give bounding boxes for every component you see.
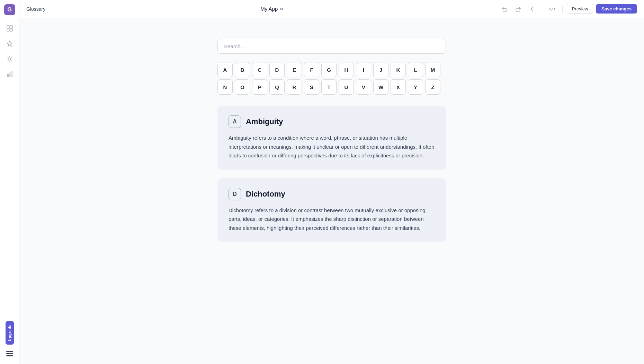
undo-button[interactable] <box>499 3 510 15</box>
svg-rect-1 <box>10 26 12 28</box>
sidebar-item-settings[interactable] <box>3 53 16 65</box>
alphabet-section: ABCDEFGHIJKLM NOPQRSTUVWXYZ <box>217 62 446 95</box>
svg-rect-9 <box>6 353 13 354</box>
alphabet-row-1: ABCDEFGHIJKLM <box>217 62 446 77</box>
glossary-entry-a: A Ambiguity Ambiguity refers to a condit… <box>217 106 446 170</box>
svg-rect-7 <box>11 72 12 77</box>
topbar-divider <box>542 5 542 13</box>
letter-btn-l[interactable]: L <box>408 62 423 77</box>
letter-btn-w[interactable]: W <box>373 79 388 95</box>
preview-button[interactable]: Preview <box>567 4 593 14</box>
entry-word: Dichotomy <box>246 190 285 199</box>
letter-btn-k[interactable]: K <box>391 62 406 77</box>
letter-btn-b[interactable]: B <box>235 62 250 77</box>
redo-button[interactable] <box>513 3 524 15</box>
letter-btn-z[interactable]: Z <box>425 79 440 95</box>
letter-btn-u[interactable]: U <box>339 79 354 95</box>
edit-app-name-icon[interactable]: ✏ <box>280 6 284 12</box>
letter-btn-c[interactable]: C <box>252 62 267 77</box>
save-changes-button[interactable]: Save changes <box>596 4 637 14</box>
sidebar-item-grid[interactable] <box>3 22 16 35</box>
entry-header: D Dichotomy <box>229 188 435 200</box>
svg-rect-2 <box>7 29 9 31</box>
svg-rect-3 <box>10 29 12 31</box>
letter-btn-t[interactable]: T <box>321 79 337 95</box>
sidebar-bottom: Upgrade <box>3 321 16 360</box>
entry-letter-badge: A <box>229 115 241 128</box>
entry-word: Ambiguity <box>246 117 283 126</box>
main-area: Glossary My App ✏ </> Preview Save chang… <box>19 0 644 364</box>
topbar-divider2 <box>562 5 563 13</box>
app-name: My App <box>260 6 278 12</box>
upgrade-button[interactable]: Upgrade <box>6 321 14 345</box>
letter-btn-y[interactable]: Y <box>408 79 423 95</box>
content-area: ABCDEFGHIJKLM NOPQRSTUVWXYZ A Ambiguity … <box>19 18 644 364</box>
search-wrapper <box>217 39 446 54</box>
letter-btn-m[interactable]: M <box>425 62 440 77</box>
app-logo[interactable]: G <box>4 4 15 15</box>
code-button[interactable]: </> <box>546 3 558 15</box>
svg-rect-0 <box>7 26 9 28</box>
svg-rect-8 <box>6 351 13 352</box>
entry-header: A Ambiguity <box>229 115 435 128</box>
entry-letter-badge: D <box>229 188 241 200</box>
tool-icon[interactable] <box>3 347 16 360</box>
topbar: Glossary My App ✏ </> Preview Save chang… <box>19 0 644 18</box>
content-inner: ABCDEFGHIJKLM NOPQRSTUVWXYZ A Ambiguity … <box>217 39 446 242</box>
sidebar-item-chart[interactable] <box>3 68 16 80</box>
page-title: Glossary <box>26 6 45 12</box>
topbar-right: </> Preview Save changes <box>499 3 637 15</box>
glossary-entry-d: D Dichotomy Dichotomy refers to a divisi… <box>217 178 446 242</box>
alphabet-row-2: NOPQRSTUVWXYZ <box>217 79 446 95</box>
topbar-center: My App ✏ <box>50 6 495 12</box>
svg-point-4 <box>9 58 11 60</box>
entry-definition: Ambiguity refers to a condition where a … <box>229 133 435 160</box>
letter-btn-i[interactable]: I <box>356 62 371 77</box>
letter-btn-e[interactable]: E <box>287 62 302 77</box>
letter-btn-h[interactable]: H <box>339 62 354 77</box>
letter-btn-q[interactable]: Q <box>269 79 285 95</box>
svg-rect-5 <box>7 74 8 77</box>
entry-definition: Dichotomy refers to a division or contra… <box>229 206 435 233</box>
letter-btn-p[interactable]: P <box>252 79 267 95</box>
glossary-entries: A Ambiguity Ambiguity refers to a condit… <box>217 106 446 242</box>
svg-rect-6 <box>9 73 10 77</box>
letter-btn-r[interactable]: R <box>287 79 302 95</box>
letter-btn-s[interactable]: S <box>304 79 319 95</box>
letter-btn-f[interactable]: F <box>304 62 319 77</box>
letter-btn-a[interactable]: A <box>217 62 233 77</box>
topbar-left: Glossary <box>26 6 45 12</box>
letter-btn-x[interactable]: X <box>391 79 406 95</box>
back-action-button[interactable] <box>527 3 538 15</box>
letter-btn-d[interactable]: D <box>269 62 285 77</box>
sidebar-item-pin[interactable] <box>3 37 16 50</box>
svg-rect-10 <box>6 355 13 356</box>
letter-btn-n[interactable]: N <box>217 79 233 95</box>
letter-btn-j[interactable]: J <box>373 62 388 77</box>
search-input[interactable] <box>217 39 446 54</box>
sidebar: G Upgrade <box>0 0 19 364</box>
letter-btn-o[interactable]: O <box>235 79 250 95</box>
letter-btn-g[interactable]: G <box>321 62 337 77</box>
letter-btn-v[interactable]: V <box>356 79 371 95</box>
